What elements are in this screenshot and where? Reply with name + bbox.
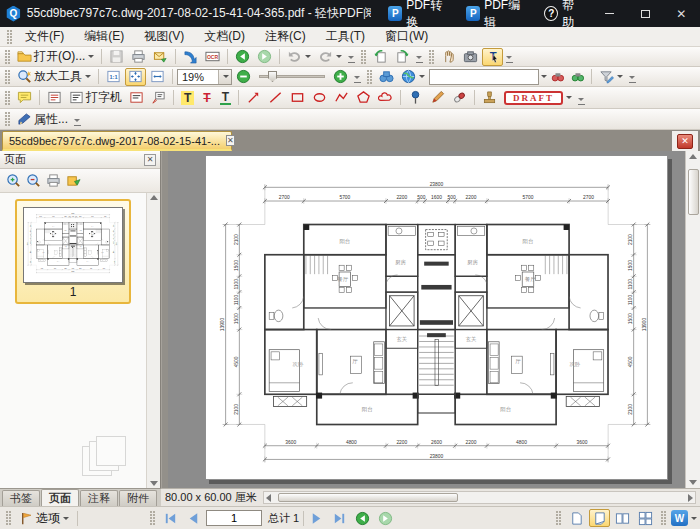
zoom-in-button[interactable] [330,68,351,86]
thumb-zoom-out-button[interactable] [26,173,41,188]
callout-button[interactable] [148,89,169,107]
menu-window[interactable]: 窗口(W) [375,28,438,46]
panel-close-icon[interactable]: ✕ [144,154,156,166]
continuous-facing-button[interactable] [635,509,656,527]
cloud-tool-button[interactable] [375,89,396,107]
zoom-overflow[interactable] [354,73,361,83]
w-mode-button[interactable]: W [671,510,688,526]
w-grip[interactable] [661,511,666,525]
tab-close-icon[interactable]: ✕ [226,135,235,146]
view-back-button[interactable] [352,509,373,527]
page-number-input[interactable] [206,510,262,526]
facing-pages-button[interactable] [612,509,633,527]
save-button[interactable] [106,48,127,66]
pdf-edit-button[interactable]: PPDF编辑 [461,3,533,25]
select-text-button[interactable]: T [482,48,503,66]
layout-grip[interactable] [556,511,561,525]
zoom-level-combo[interactable]: 19% [177,69,232,85]
previous-page-button[interactable] [183,509,204,527]
search-overflow[interactable] [629,73,636,83]
view-forward-button[interactable] [375,509,396,527]
vscroll-up-icon[interactable] [689,154,697,159]
nav-grip[interactable] [150,511,155,525]
tab-attachments[interactable]: 附件 [119,490,157,506]
text-note-button[interactable] [44,89,65,107]
browser-search-button[interactable] [398,68,428,86]
single-page-button[interactable] [566,509,587,527]
tools-grip[interactable] [429,50,434,64]
menu-document[interactable]: 文档(D) [194,28,255,46]
pdf-convert-button[interactable]: PPDF转换 [383,3,455,25]
search-button[interactable] [376,68,397,86]
arrow-tool-button[interactable] [243,89,264,107]
menu-tools[interactable]: 工具(T) [316,28,375,46]
pin-button[interactable] [405,89,426,107]
next-page-button[interactable] [306,509,327,527]
menu-file[interactable]: 文件(F) [15,28,74,46]
draft-stamp-button[interactable]: DRAFT [501,89,575,107]
strikeout-button[interactable]: T [198,89,215,107]
vscroll-down-icon[interactable] [689,480,697,485]
panel-splitter[interactable] [161,151,168,488]
thumb-zoom-in-button[interactable] [6,173,21,188]
send-button[interactable] [180,48,201,66]
go-back-button[interactable] [232,48,253,66]
highlight-text-button[interactable]: T [178,89,197,107]
hand-tool-button[interactable] [438,48,459,66]
menubar-grip[interactable] [7,30,12,44]
scroll-down-icon[interactable] [150,481,158,486]
print-button[interactable] [128,48,149,66]
minimize-button[interactable] [595,3,625,25]
redo-button[interactable] [315,48,345,66]
close-document-button[interactable]: ✕ [677,134,693,149]
toolbar3-grip[interactable] [5,91,10,105]
polygon-tool-button[interactable] [353,89,374,107]
w-mode-dropdown-icon[interactable] [691,517,697,520]
search-history-dropdown-icon[interactable] [541,75,547,78]
eraser-button[interactable] [449,89,470,107]
open-button[interactable]: 打开(O)... [14,48,97,66]
menu-view[interactable]: 视图(V) [134,28,194,46]
undo-button[interactable] [284,48,314,66]
tab-comments[interactable]: 注释 [80,490,118,506]
ocr-button[interactable]: OCR [202,48,223,66]
close-button[interactable]: ✕ [666,3,696,25]
first-page-button[interactable] [160,509,181,527]
rotate-grip[interactable] [361,50,366,64]
toolbar1-overflow[interactable] [348,53,355,63]
pencil-button[interactable] [427,89,448,107]
continuous-page-button[interactable] [589,509,610,527]
zoom-out-button[interactable] [233,68,254,86]
snapshot-button[interactable] [460,48,481,66]
search-next-button[interactable] [568,68,587,86]
document-page[interactable]: 2700570022005001600500220057002700238003… [205,155,668,480]
annotate-overflow[interactable] [578,95,585,105]
help-button[interactable]: ?帮助 [539,3,589,25]
properties-overflow[interactable] [74,116,81,126]
horizontal-scrollbar[interactable] [263,491,696,504]
go-forward-button[interactable] [254,48,275,66]
scroll-up-icon[interactable] [150,195,158,200]
actual-size-button[interactable]: 1:1 [103,68,124,86]
rectangle-tool-button[interactable] [287,89,308,107]
hscroll-right-icon[interactable] [688,494,693,502]
polyline-tool-button[interactable] [331,89,352,107]
vscroll-thumb[interactable] [688,169,699,215]
toolbar4-grip[interactable] [5,112,10,126]
properties-button[interactable]: 属性... [14,110,71,128]
highlight-all-button[interactable] [596,68,626,86]
page-thumbnail-item[interactable]: 2700570022005001600500220057002700238003… [15,199,131,304]
hscroll-left-icon[interactable] [266,494,271,502]
maximize-button[interactable] [631,3,661,25]
oval-tool-button[interactable] [309,89,330,107]
comment-button[interactable] [14,89,35,107]
menu-edit[interactable]: 编辑(E) [74,28,134,46]
toolbar2-grip[interactable] [5,70,10,84]
textbox-button[interactable] [126,89,147,107]
thumb-print-button[interactable] [46,173,61,188]
search-grip[interactable] [367,70,372,84]
select-overflow[interactable] [506,53,513,63]
email-button[interactable] [150,48,171,66]
hscroll-thumb[interactable] [278,493,458,502]
line-tool-button[interactable] [265,89,286,107]
